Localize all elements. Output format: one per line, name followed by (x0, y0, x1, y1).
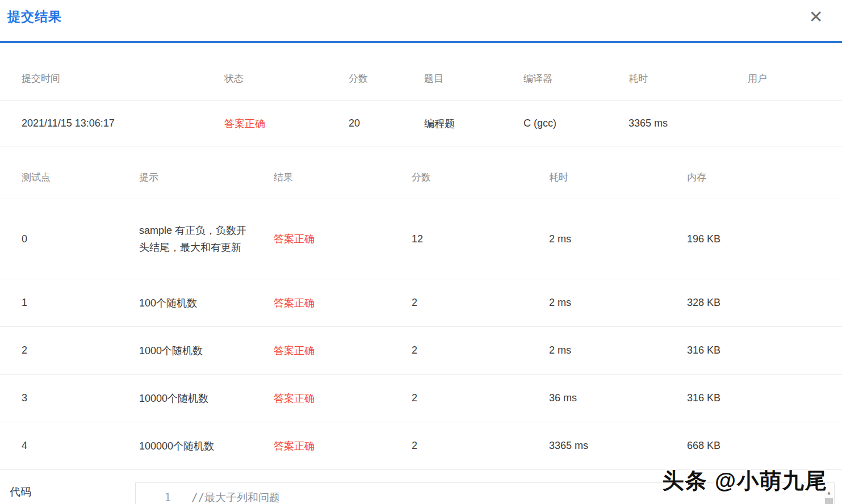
column-header-compiler: 编译器 (523, 72, 629, 85)
column-header-time-cost: 耗时 (629, 72, 748, 85)
table-row-test-2: 2 1000个随机数 答案正确 2 2 ms 316 KB (0, 327, 842, 375)
dialog-title: 提交结果 (7, 8, 62, 26)
column-header-memory: 内存 (687, 171, 842, 184)
column-header-user: 用户 (748, 72, 842, 85)
submission-row: 2021/11/15 13:06:17 答案正确 20 编程题 C (gcc) … (0, 101, 842, 146)
column-header-test-score: 分数 (412, 171, 549, 184)
column-header-hint: 提示 (139, 171, 274, 184)
code-section: 代码 1 //最大子列和问题 ▲ (0, 470, 842, 504)
tests-table-header: 测试点 提示 结果 分数 耗时 内存 (0, 146, 842, 199)
test-result: 答案正确 (274, 344, 412, 358)
column-header-status: 状态 (224, 72, 349, 85)
test-memory: 668 KB (687, 440, 842, 452)
test-score: 12 (412, 233, 549, 245)
test-time: 2 ms (549, 345, 687, 356)
scrollbar-thumb[interactable] (825, 498, 833, 504)
code-line-text: //最大子列和问题 (191, 490, 280, 504)
line-number: 1 (156, 491, 171, 503)
test-score: 2 (412, 440, 549, 452)
test-id: 3 (0, 392, 139, 404)
test-time: 2 ms (549, 297, 687, 309)
dialog-header: 提交结果 ✕ (0, 0, 842, 41)
code-line: 1 //最大子列和问题 (136, 483, 834, 504)
test-result: 答案正确 (274, 232, 412, 246)
test-memory: 328 KB (687, 297, 842, 309)
problem-type-value: 编程题 (424, 117, 523, 131)
submit-time-value: 2021/11/15 13:06:17 (0, 117, 224, 129)
column-header-submit-time: 提交时间 (0, 72, 224, 85)
table-row-test-0: 0 sample 有正负，负数开头结尾，最大和有更新 答案正确 12 2 ms … (0, 199, 842, 279)
test-id: 4 (0, 440, 139, 452)
code-label: 代码 (0, 470, 135, 499)
close-button[interactable]: ✕ (803, 5, 828, 30)
test-result: 答案正确 (274, 296, 412, 310)
test-score: 2 (412, 297, 549, 309)
test-hint: 10000个随机数 (139, 392, 274, 405)
test-hint: sample 有正负，负数开头结尾，最大和有更新 (139, 222, 250, 256)
test-score: 2 (412, 392, 549, 404)
scroll-up-icon: ▲ (827, 490, 830, 495)
column-header-test-point: 测试点 (0, 171, 139, 184)
code-editor[interactable]: 1 //最大子列和问题 ▲ (135, 482, 835, 504)
close-icon: ✕ (809, 9, 823, 26)
compiler-value: C (gcc) (523, 117, 629, 129)
table-row-test-4: 4 100000个随机数 答案正确 2 3365 ms 668 KB (0, 422, 842, 470)
submission-table-header: 提交时间 状态 分数 题目 编译器 耗时 用户 (0, 57, 842, 101)
test-score: 2 (412, 345, 549, 356)
test-hint: 100000个随机数 (139, 439, 274, 453)
test-id: 0 (0, 233, 139, 245)
table-row-test-1: 1 100个随机数 答案正确 2 2 ms 328 KB (0, 279, 842, 327)
column-header-score: 分数 (349, 72, 424, 85)
test-id: 1 (0, 297, 139, 309)
test-time: 2 ms (549, 233, 687, 245)
test-time: 3365 ms (549, 440, 687, 452)
test-time: 36 ms (549, 392, 687, 404)
column-header-problem: 题目 (424, 72, 523, 85)
submission-result-dialog: 提交结果 ✕ 提交时间 状态 分数 题目 编译器 耗时 用户 2021/11/1… (0, 0, 842, 504)
test-id: 2 (0, 345, 139, 356)
scroll-up-button[interactable]: ▲ (824, 483, 834, 495)
time-cost-value: 3365 ms (629, 117, 748, 129)
status-value: 答案正确 (224, 117, 349, 131)
test-hint: 1000个随机数 (139, 344, 274, 358)
column-header-result: 结果 (274, 171, 412, 184)
test-result: 答案正确 (274, 439, 412, 453)
test-memory: 316 KB (687, 345, 842, 356)
test-memory: 196 KB (687, 233, 842, 245)
test-memory: 316 KB (687, 392, 842, 404)
score-value: 20 (349, 117, 424, 129)
table-row-test-3: 3 10000个随机数 答案正确 2 36 ms 316 KB (0, 375, 842, 422)
column-header-test-time: 耗时 (549, 171, 687, 184)
code-editor-scrollbar[interactable]: ▲ (824, 483, 834, 504)
test-result: 答案正确 (274, 392, 412, 405)
test-hint: 100个随机数 (139, 296, 274, 310)
